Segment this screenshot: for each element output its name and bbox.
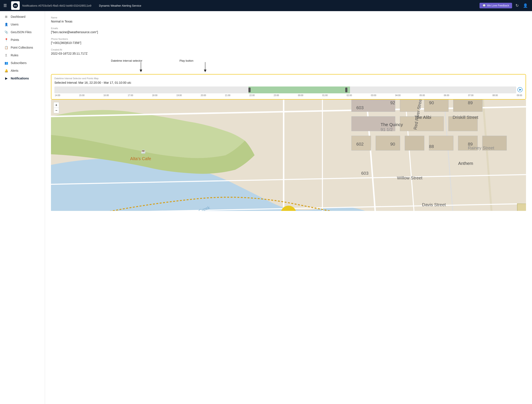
sidebar-item-label: Dashboard [11, 15, 25, 19]
svg-text:The Quincy: The Quincy [380, 122, 403, 127]
svg-rect-30 [376, 136, 400, 150]
svg-text:92: 92 [390, 101, 395, 105]
timeline-label: 09:00 [517, 94, 522, 97]
notifications-icon: ▶ [4, 77, 8, 80]
created-at-value: 2022-03-16T22:35:11.717Z [51, 52, 526, 55]
sidebar-item-subscribers[interactable]: 👥 Subscribers [0, 59, 45, 67]
sidebar: ⊞ Dashboard 👤 Users 📎 GeoJSON Files 📍 Po… [0, 11, 45, 404]
timeline-label: 23:00 [274, 94, 279, 97]
subscribers-icon: 👥 [4, 61, 8, 65]
timeline-label: 08:00 [492, 94, 498, 97]
sidebar-item-label: Point Collections [11, 46, 33, 49]
map-container: 11 Hotel Austin Alta's Cafe ☕ Lakeside A… [51, 100, 526, 211]
svg-text:Willow Street: Willow Street [397, 176, 422, 180]
svg-text:89: 89 [468, 101, 473, 105]
svg-rect-24 [424, 100, 449, 112]
sidebar-item-point-collections[interactable]: 📋 Point Collections [0, 44, 45, 51]
feedback-label: We Love Feedback [487, 4, 509, 7]
points-icon: 📍 [4, 38, 8, 42]
sidebar-item-dashboard[interactable]: ⊞ Dashboard [0, 13, 45, 20]
svg-text:Driskill Street: Driskill Street [453, 115, 478, 120]
svg-text:91 1/2: 91 1/2 [380, 127, 393, 132]
map-svg: 11 Hotel Austin Alta's Cafe ☕ Lakeside A… [51, 100, 526, 211]
timeline-handle-right[interactable] [345, 88, 347, 92]
selected-interval-text: Selected Interval: Mar 16, 22:20:00 - Ma… [54, 81, 523, 84]
play-button[interactable] [517, 87, 523, 94]
svg-text:Davis Street: Davis Street [422, 202, 446, 207]
timeline-label: 19:00 [177, 94, 182, 97]
map-zoom-controls: + − [54, 102, 59, 113]
timeline-label: 00:00 [298, 94, 303, 97]
timeline-label: 14:00 [55, 94, 60, 97]
sidebar-item-label: GeoJSON Files [11, 30, 32, 34]
timeline-label: 04:00 [395, 94, 400, 97]
zoom-out-button[interactable]: − [54, 108, 59, 113]
sidebar-item-notifications[interactable]: ▶ Notifications [0, 75, 45, 82]
timeline-selection [248, 87, 350, 93]
dashboard-icon: ⊞ [4, 15, 8, 19]
name-label: Name [51, 16, 526, 19]
play-icon [517, 87, 523, 92]
sidebar-item-label: Rules [11, 54, 19, 57]
phone-field: Phone Numbers ["+001(360)610-7356"] [51, 38, 526, 44]
timeline-label: 03:00 [371, 94, 376, 97]
sidebar-item-users[interactable]: 👤 Users [0, 20, 45, 28]
rules-icon: Σ [4, 54, 8, 57]
main-content: Name Normal in Texas Emails ["ben.racine… [45, 11, 532, 404]
feedback-icon: 💬 [482, 4, 486, 7]
svg-text:603: 603 [361, 171, 368, 176]
svg-rect-75 [517, 204, 526, 211]
geojson-icon: 📎 [4, 30, 8, 34]
user-account-button[interactable]: 👤 [522, 2, 529, 9]
sidebar-item-label: Points [11, 38, 19, 42]
timeline-handle-left[interactable] [248, 88, 251, 92]
timeline-track[interactable] [54, 87, 516, 93]
sidebar-item-label: Alerts [11, 69, 19, 72]
sidebar-item-label: Users [11, 23, 19, 26]
svg-text:☕: ☕ [141, 149, 146, 154]
svg-text:602: 602 [356, 142, 364, 146]
sidebar-item-label: Notifications [11, 77, 29, 80]
timeline-label: 01:00 [322, 94, 328, 97]
timeline-label: 16:00 [103, 94, 109, 97]
svg-text:Alta's Cafe: Alta's Cafe [130, 156, 151, 161]
sidebar-item-points[interactable]: 📍 Points [0, 36, 45, 44]
menu-icon[interactable]: ☰ [3, 3, 7, 8]
point-collections-icon: 📋 [4, 46, 8, 49]
play-button-annotation: Play button [179, 59, 193, 62]
timeline-label: 22:00 [249, 94, 255, 97]
phone-value: ["+001(360)610-7356"] [51, 41, 526, 44]
svg-text:Anthem: Anthem [458, 161, 473, 166]
timeline-label: 21:00 [225, 94, 230, 97]
logo: WS [11, 1, 20, 10]
phone-label: Phone Numbers [51, 38, 526, 40]
created-at-field: Created At 2022-03-16T22:35:11.717Z [51, 48, 526, 55]
created-at-label: Created At [51, 48, 526, 51]
refresh-button[interactable]: ↻ [515, 2, 519, 9]
zoom-in-button[interactable]: + [54, 102, 59, 108]
timeline-labels: 14:0015:0016:0017:0018:0019:0020:0021:00… [54, 94, 523, 97]
emails-field: Emails ["ben.racine@weathersource.com"] [51, 27, 526, 34]
sidebar-item-rules[interactable]: Σ Rules [0, 51, 45, 59]
svg-text:90: 90 [429, 101, 434, 105]
timeline-container: 14:0015:0016:0017:0018:0019:0020:0021:00… [54, 87, 523, 97]
users-icon: 👤 [4, 23, 8, 26]
svg-text:88: 88 [429, 144, 434, 149]
alerts-icon: 🔔 [4, 69, 8, 72]
sidebar-item-geojson[interactable]: 📎 GeoJSON Files [0, 28, 45, 36]
svg-text:603: 603 [356, 105, 364, 110]
annotation-area: Datetime interval selector Play button [51, 59, 526, 74]
datetime-selector-annotation: Datetime interval selector [111, 59, 142, 62]
svg-text:WS: WS [14, 5, 17, 7]
topbar: ☰ WS Notifications #0703c0e5-f9a5-4b02-b… [0, 0, 532, 11]
feedback-button[interactable]: 💬 We Love Feedback [480, 3, 512, 8]
interval-box: Datetime Interval Selector and Points Ma… [51, 74, 526, 100]
timeline-label: 07:00 [468, 94, 474, 97]
svg-marker-5 [519, 89, 521, 91]
svg-rect-31 [405, 136, 424, 150]
timeline-label: 15:00 [79, 94, 85, 97]
sidebar-item-alerts[interactable]: 🔔 Alerts [0, 67, 45, 75]
svg-text:The Alibi: The Alibi [414, 115, 431, 120]
name-field: Name Normal in Texas [51, 16, 526, 23]
timeline-label: 20:00 [201, 94, 206, 97]
